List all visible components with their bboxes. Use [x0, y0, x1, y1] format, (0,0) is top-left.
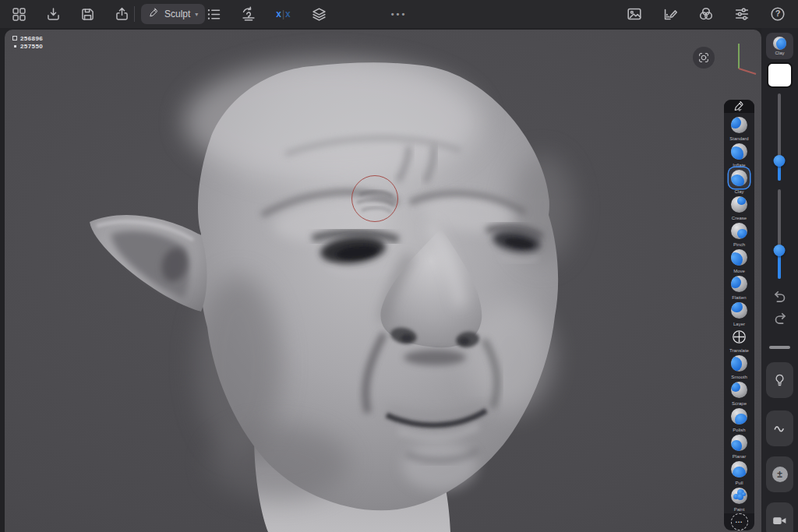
scrape-tool-icon [729, 379, 750, 400]
focus-camera-button[interactable] [693, 47, 715, 69]
tool-inflate[interactable]: Inflate [724, 141, 754, 167]
add-subtract-icon: ± [772, 467, 788, 482]
active-tool-button[interactable]: Clay [766, 33, 793, 59]
save-icon[interactable] [78, 5, 97, 23]
tool-layer[interactable]: Layer [724, 300, 754, 326]
tool-paint[interactable]: Paint [724, 485, 754, 512]
stylus-icon [148, 7, 160, 22]
tool-planar[interactable]: Planar [724, 432, 754, 459]
toolbar-overflow-button[interactable]: ••• [391, 0, 408, 28]
undo-icon [772, 290, 789, 307]
image-icon[interactable] [625, 5, 644, 23]
adjustments-icon[interactable] [733, 5, 751, 23]
help-glyph: ? [768, 9, 787, 18]
lighting-button[interactable] [766, 362, 793, 398]
layers-icon[interactable] [309, 5, 328, 23]
stylus-settings-button[interactable] [724, 100, 754, 113]
symmetry-toggle[interactable]: x|x [274, 5, 293, 23]
camera-icon [772, 513, 788, 529]
mode-dropdown[interactable]: Sculpt ▾ [141, 4, 205, 24]
paint-tool-icon [729, 485, 750, 506]
redo-icon [772, 312, 789, 329]
tool-move[interactable]: Move [724, 247, 754, 273]
tool-list: StandardInflateClayCreasePinchMoveFlatte… [724, 113, 754, 513]
focus-icon [697, 51, 710, 64]
tool-flatten[interactable]: Flatten [724, 273, 754, 300]
chevron-down-icon [737, 109, 742, 111]
list-icon[interactable] [204, 5, 223, 23]
clay-tool-icon [773, 37, 786, 50]
falloff-curve-icon [772, 421, 788, 436]
active-tool-label: Clay [775, 51, 784, 55]
symmetry-x-right: x [285, 9, 291, 19]
tool-standard[interactable]: Standard [724, 115, 754, 141]
face-count-icon [12, 36, 17, 41]
axis-gizmo[interactable] [729, 37, 761, 78]
color-swatch[interactable] [767, 62, 793, 88]
lighting-icon [772, 373, 787, 388]
planar-tool-icon [729, 432, 750, 453]
standard-tool-icon [729, 115, 750, 136]
polish-tool-icon [729, 406, 750, 427]
tool-clay[interactable]: Clay [724, 167, 754, 194]
share-icon[interactable] [112, 5, 131, 23]
x-axis [739, 69, 756, 74]
vertex-count: 257550 [20, 43, 43, 50]
flatten-tool-icon [729, 273, 750, 294]
vertex-count-icon [14, 45, 16, 48]
tool-pull[interactable]: Pull [724, 459, 754, 485]
smooth-tool-icon [729, 353, 750, 374]
sculpted-head-model [5, 30, 761, 532]
falloff-curve-button[interactable] [766, 410, 793, 446]
tool-translate[interactable]: Translate [724, 326, 754, 353]
tool-crease[interactable]: Crease [724, 194, 754, 220]
tool-smooth[interactable]: Smooth [724, 353, 754, 379]
undo-button[interactable] [772, 290, 789, 307]
panel-drag-handle[interactable] [769, 346, 790, 349]
toolbar-separator [134, 6, 135, 22]
more-tools-button[interactable]: ••• [724, 513, 754, 530]
inflate-tool-icon [729, 141, 750, 162]
pull-tool-icon [729, 459, 750, 480]
top-toolbar: Sculpt ▾ x|x ••• ? [0, 0, 798, 28]
add-subtract-button[interactable]: ± [766, 456, 793, 492]
layer-tool-icon [729, 300, 750, 321]
help-icon[interactable]: ? [768, 5, 787, 23]
size-slider[interactable] [778, 93, 781, 181]
translate-tool-icon [729, 326, 750, 347]
strength-slider-handle[interactable] [774, 245, 786, 256]
tool-strip: StandardInflateClayCreasePinchMoveFlatte… [724, 100, 754, 525]
move-tool-icon [729, 247, 750, 268]
chevron-down-icon: ▾ [195, 11, 198, 18]
mesh-stats: 256896 257550 [12, 34, 43, 50]
import-icon[interactable] [44, 5, 62, 23]
tool-scrape[interactable]: Scrape [724, 379, 754, 406]
more-tools-icon: ••• [731, 513, 748, 530]
mode-label: Sculpt [164, 9, 190, 19]
clay-tool-icon [729, 167, 750, 188]
viewport-canvas[interactable]: 256896 257550 [5, 30, 761, 532]
face-count: 256896 [20, 35, 43, 42]
tool-label: Paint [734, 507, 745, 512]
apps-grid-icon[interactable] [9, 5, 28, 23]
redo-button[interactable] [772, 312, 789, 329]
tool-pinch[interactable]: Pinch [724, 220, 754, 247]
turntable-icon[interactable] [239, 5, 258, 23]
symmetry-x-left: x [276, 9, 282, 19]
right-panel: Clay ± [761, 28, 798, 532]
strength-slider[interactable] [778, 189, 781, 279]
crease-tool-icon [729, 194, 750, 215]
camera-button[interactable] [766, 502, 793, 532]
tool-polish[interactable]: Polish [724, 406, 754, 432]
color-mix-icon[interactable] [697, 5, 715, 23]
materials-icon[interactable] [661, 5, 680, 23]
pinch-tool-icon [729, 220, 750, 241]
size-slider-handle[interactable] [774, 155, 786, 167]
